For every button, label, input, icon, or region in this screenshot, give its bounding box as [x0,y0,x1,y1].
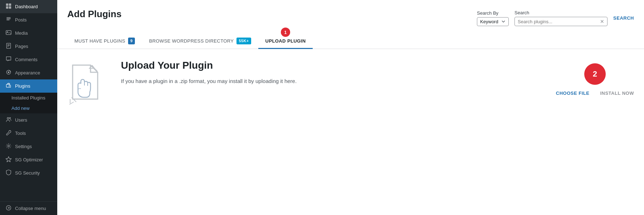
appearance-icon [5,69,12,76]
chevron-down-icon [501,19,506,24]
dashboard-icon [5,3,12,10]
posts-icon [5,16,12,23]
tab-circle-upload: 1 [281,28,290,37]
users-icon [5,117,12,123]
search-button[interactable]: SEARCH [613,13,634,23]
svg-rect-12 [6,84,9,87]
sidebar-item-pages[interactable]: Pages [0,40,57,53]
main-content: Add Plugins Search By Keyword Search ✕ S… [57,0,644,215]
tools-icon [5,130,12,137]
keyword-select-wrap[interactable]: Keyword [477,17,509,26]
sidebar-item-media[interactable]: Media [0,26,57,40]
sidebar-label-posts: Posts [15,17,27,23]
upload-text-content: Upload Your Plugin If you have a plugin … [121,60,556,85]
add-new-label: Add new [11,106,30,111]
tab-must-have[interactable]: MUST HAVE PLUGINS 9 [67,33,142,49]
action-circle-2: 2 [584,63,606,85]
tabs-bar: MUST HAVE PLUGINS 9 BROWSE WORDPRESS DIR… [57,33,644,49]
svg-rect-1 [9,4,11,6]
tab-label-browse: BROWSE WORDPRESS DIRECTORY [149,38,234,44]
tab-badge-browse: 55K+ [236,38,251,44]
sidebar-label-sg-security: SG Security [15,170,40,176]
collapse-menu-label: Collapse menu [15,206,46,211]
sidebar-item-dashboard[interactable]: Dashboard [0,0,57,13]
search-by-label: Search By [477,10,509,16]
search-input-wrap: ✕ [514,17,608,26]
svg-marker-16 [6,157,11,162]
upload-description: If you have a plugin in a .zip format, y… [121,77,556,85]
install-now-button[interactable]: INSTALL NOW [600,91,634,96]
sidebar-label-pages: Pages [15,44,28,49]
svg-point-11 [8,72,9,73]
sg-optimizer-icon [5,156,12,163]
sidebar-item-tools[interactable]: Tools [0,127,57,140]
sidebar-item-comments[interactable]: Comments [0,53,57,66]
plugins-icon [5,83,12,89]
search-input[interactable] [518,19,599,24]
installed-plugins-label: Installed Plugins [11,95,45,101]
sidebar-label-sg-optimizer: SG Optimizer [15,157,43,162]
sidebar-label-media: Media [15,30,28,36]
tab-label-upload: UPLOAD PLUGIN [265,38,306,44]
tab-badge-must-have: 9 [128,38,135,44]
upload-icon-wrap [67,63,110,108]
tab-upload[interactable]: 1 UPLOAD PLUGIN [258,33,313,49]
tab-browse[interactable]: BROWSE WORDPRESS DIRECTORY 55K+ [142,33,258,49]
search-by-group: Search By Keyword [477,10,509,26]
sidebar-item-users[interactable]: Users [0,113,57,127]
search-group: Search ✕ [514,10,608,26]
page-title: Add Plugins [67,9,122,20]
upload-title: Upload Your Plugin [121,60,556,71]
sidebar-item-sg-optimizer[interactable]: SG Optimizer [0,153,57,166]
sidebar-label-plugins: Plugins [15,83,30,89]
svg-point-15 [8,145,10,147]
sidebar-item-appearance[interactable]: Appearance [0,66,57,79]
svg-point-14 [9,117,10,118]
sidebar-label-dashboard: Dashboard [15,4,38,9]
comments-icon [5,56,12,63]
sidebar: Dashboard Posts Media Pages Comments App… [0,0,57,215]
upload-content-area: Upload Your Plugin If you have a plugin … [57,49,644,215]
sidebar-item-posts[interactable]: Posts [0,13,57,26]
sidebar-item-plugins[interactable]: Plugins [0,79,57,93]
search-label: Search [514,10,608,15]
upload-plugin-icon [67,63,103,106]
sg-security-icon [5,170,12,176]
sidebar-label-tools: Tools [15,131,26,136]
sidebar-label-users: Users [15,117,27,123]
action-buttons: CHOOSE FILE INSTALL NOW [556,91,634,96]
sidebar-label-comments: Comments [15,57,38,62]
clear-search-button[interactable]: ✕ [600,19,604,24]
sidebar-label-settings: Settings [15,144,32,149]
main-header: Add Plugins Search By Keyword Search ✕ S… [57,0,644,26]
svg-rect-3 [9,6,11,9]
choose-file-button[interactable]: CHOOSE FILE [556,91,590,96]
collapse-icon [5,205,12,212]
svg-rect-0 [6,4,8,6]
collapse-menu-section: Collapse menu [0,201,57,215]
svg-rect-2 [6,6,8,9]
sidebar-item-add-new[interactable]: Add new [0,103,57,113]
settings-icon [5,143,12,150]
keyword-select[interactable]: Keyword [480,19,500,24]
svg-point-5 [7,31,8,33]
svg-rect-6 [6,43,10,48]
sidebar-label-appearance: Appearance [15,70,40,75]
collapse-menu-button[interactable]: Collapse menu [0,202,57,215]
sidebar-item-settings[interactable]: Settings [0,140,57,153]
tab-label-must-have: MUST HAVE PLUGINS [74,38,125,44]
sidebar-item-installed-plugins[interactable]: Installed Plugins [0,93,57,103]
search-area: Search By Keyword Search ✕ SEARCH [477,10,634,26]
media-icon [5,30,12,36]
right-actions: 2 CHOOSE FILE INSTALL NOW [556,60,634,96]
sidebar-item-sg-security[interactable]: SG Security [0,166,57,180]
pages-icon [5,43,12,50]
svg-rect-4 [6,30,11,34]
svg-point-13 [7,117,9,119]
plugins-submenu: Installed Plugins Add new [0,93,57,113]
